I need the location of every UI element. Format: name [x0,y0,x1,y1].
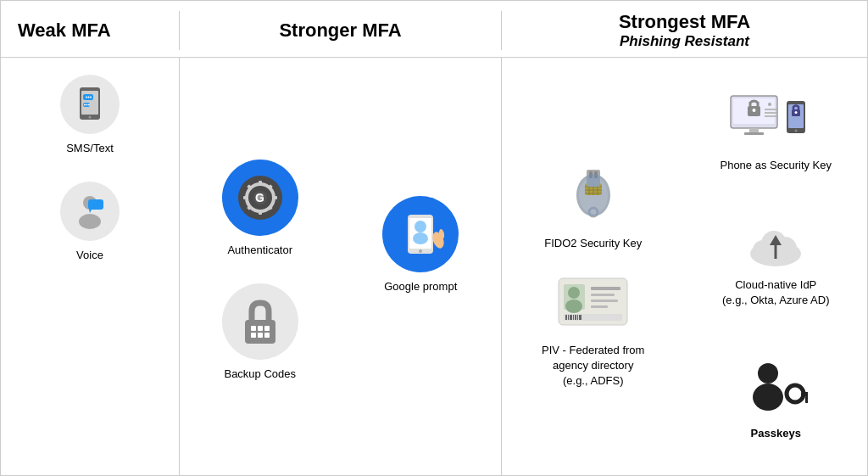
authenticator-label: Authenticator [227,243,292,258]
cloud-idp-label: Cloud-native IdP (e.g., Okta, Azure AD) [722,277,829,308]
svg-point-40 [413,232,428,244]
piv-icon [555,268,632,336]
svg-rect-33 [258,333,263,338]
svg-point-79 [768,103,771,106]
sms-item: SMS/Text [60,75,120,156]
piv-item: PIV - Federated from agency directory (e… [542,268,644,389]
svg-rect-32 [251,333,256,338]
voice-svg [71,193,108,230]
sms-label: SMS/Text [66,141,114,156]
svg-point-5 [84,104,86,106]
cloud-idp-item: Cloud-native IdP (e.g., Okta, Azure AD) [722,224,829,308]
svg-point-60 [565,300,582,313]
google-prompt-svg [391,204,450,264]
fido2-label: FIDO2 Security Key [544,236,642,251]
svg-rect-67 [568,315,569,320]
svg-point-6 [86,104,88,106]
svg-rect-30 [258,326,263,331]
svg-rect-34 [264,333,270,338]
svg-rect-18 [259,210,262,215]
svg-rect-77 [749,128,759,132]
content-row: SMS/Text Voice [1,58,867,475]
backup-codes-item: Backup Codes [222,283,298,382]
svg-rect-63 [591,300,618,302]
svg-point-59 [568,287,580,299]
fido2-item: FIDO2 Security Key [544,144,642,251]
svg-rect-68 [570,315,572,320]
svg-rect-71 [577,315,578,320]
stronger-items-wrapper: G Authenticator [222,160,298,382]
svg-point-10 [90,97,92,98]
stronger-mfa-column: G Authenticator [179,58,501,475]
svg-point-85 [795,129,798,132]
piv-svg [557,274,629,329]
svg-point-56 [576,174,610,216]
cloud-idp-svg [744,227,808,269]
phone-security-key-item: Phone as Security Key [720,92,832,173]
svg-rect-69 [573,315,574,320]
voice-label: Voice [76,248,103,263]
svg-point-12 [79,214,101,229]
strongest-mfa-title: Strongest MFA [619,11,750,33]
main-container: Weak MFA Stronger MFA Strongest MFA Phis… [0,0,868,476]
phishing-resistant-subtitle: Phishing Resistant [620,33,749,50]
svg-rect-64 [591,305,608,308]
passkeys-label: Passkeys [751,426,801,441]
svg-point-38 [419,249,422,253]
svg-rect-66 [565,315,567,320]
svg-rect-70 [575,315,576,320]
svg-rect-28 [245,320,275,344]
google-prompt-icon [382,196,459,272]
svg-rect-97 [801,392,808,396]
strongest-mfa-column: FIDO2 Security Key [501,58,867,475]
authenticator-item: G Authenticator [222,160,298,258]
svg-rect-61 [591,287,620,290]
sms-icon [60,75,120,134]
backup-codes-label: Backup Codes [224,367,296,382]
svg-point-39 [415,221,426,232]
strongest-left: FIDO2 Security Key [502,58,685,475]
google-prompt-label: Google prompt [384,279,457,294]
svg-rect-17 [259,181,262,185]
authenticator-icon: G [222,160,298,236]
svg-rect-20 [273,196,277,199]
svg-point-9 [88,97,90,98]
svg-rect-72 [579,315,581,320]
voice-icon [60,182,120,241]
voice-item: Voice [60,182,120,263]
stronger-mfa-header: Stronger MFA [179,11,501,50]
weak-mfa-title: Weak MFA [18,20,111,42]
svg-rect-62 [591,294,615,296]
svg-point-8 [86,97,87,98]
weak-mfa-header: Weak MFA [1,11,179,50]
weak-mfa-column: SMS/Text Voice [1,58,179,475]
google-prompt-item: Google prompt [382,196,459,294]
stronger-mfa-title: Stronger MFA [279,20,401,42]
svg-rect-29 [251,326,256,331]
svg-rect-31 [264,326,270,331]
backup-svg [236,296,284,347]
svg-point-94 [758,363,778,384]
svg-marker-14 [89,210,92,213]
passkeys-svg [744,361,808,417]
sms-svg [75,86,105,123]
piv-label: PIV - Federated from agency directory (e… [542,343,644,389]
strongest-mfa-header: Strongest MFA Phishing Resistant [501,11,867,50]
backup-codes-icon [222,283,298,360]
svg-point-95 [753,384,783,411]
phone-security-key-label: Phone as Security Key [720,158,832,173]
strongest-right: Phone as Security Key [685,58,868,475]
svg-text:G: G [255,191,264,204]
passkeys-icon [742,360,810,419]
authenticator-svg: G [236,174,284,221]
passkeys-item: Passkeys [742,360,810,441]
phone-security-key-svg [729,94,822,149]
svg-rect-13 [88,199,103,210]
svg-rect-78 [744,132,764,135]
fido2-svg [559,153,627,221]
phone-security-key-icon [729,92,822,151]
header-row: Weak MFA Stronger MFA Strongest MFA Phis… [1,1,867,58]
fido2-icon [555,144,632,229]
svg-point-87 [795,111,798,114]
svg-point-2 [89,116,92,119]
